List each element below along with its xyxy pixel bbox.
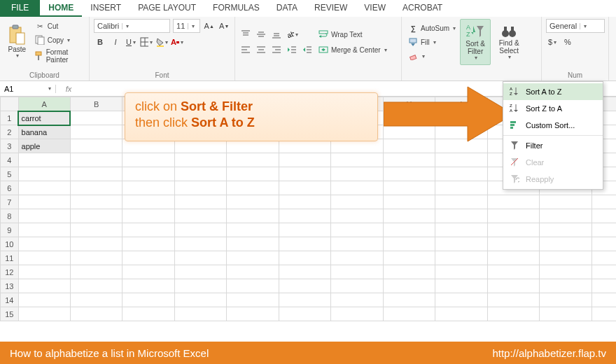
tab-acrobat[interactable]: ACROBAT — [394, 0, 451, 17]
cell[interactable] — [331, 223, 383, 237]
cell[interactable] — [540, 209, 592, 223]
cell[interactable] — [70, 125, 122, 139]
cell[interactable] — [70, 223, 122, 237]
menu-custom-sort[interactable]: Custom Sort... — [503, 117, 603, 134]
cell[interactable] — [435, 223, 487, 237]
cell[interactable] — [279, 209, 330, 223]
cell[interactable] — [279, 237, 330, 251]
cell[interactable] — [18, 293, 70, 307]
cell[interactable] — [70, 265, 122, 279]
paste-button[interactable]: Paste ▾ — [4, 19, 30, 65]
autosum-button[interactable]: ∑AutoSum▾ — [406, 22, 457, 34]
cell[interactable] — [383, 279, 435, 293]
cell[interactable] — [70, 195, 122, 209]
cell[interactable] — [70, 181, 122, 195]
cell[interactable] — [331, 195, 383, 209]
fill-button[interactable]: Fill▾ — [406, 36, 457, 48]
cell[interactable] — [174, 167, 226, 181]
row-header[interactable]: 9 — [1, 223, 19, 237]
cell[interactable] — [227, 265, 279, 279]
cell[interactable] — [487, 279, 539, 293]
row-header[interactable]: 5 — [1, 167, 19, 181]
row-header[interactable]: 12 — [1, 265, 19, 279]
cell[interactable] — [174, 265, 226, 279]
border-button[interactable]: ▾ — [140, 36, 153, 48]
select-all-corner[interactable] — [1, 97, 19, 111]
cell[interactable] — [487, 251, 539, 265]
cell[interactable] — [122, 293, 174, 307]
row-header[interactable]: 1 — [1, 111, 19, 125]
cell[interactable] — [70, 307, 122, 321]
cell[interactable] — [122, 209, 174, 223]
cell[interactable] — [331, 251, 383, 265]
cell[interactable] — [540, 265, 592, 279]
align-middle-button[interactable] — [255, 28, 267, 41]
tab-formulas[interactable]: FORMULAS — [204, 0, 268, 17]
cell[interactable] — [122, 265, 174, 279]
cell[interactable] — [122, 307, 174, 321]
decrease-font-button[interactable]: A▼ — [218, 20, 231, 32]
cell[interactable] — [383, 237, 435, 251]
cell[interactable] — [18, 181, 70, 195]
percent-button[interactable]: % — [561, 36, 574, 48]
tab-home[interactable]: HOME — [40, 0, 82, 17]
cell[interactable] — [18, 251, 70, 265]
row-header[interactable]: 7 — [1, 195, 19, 209]
cell[interactable] — [383, 293, 435, 307]
cell[interactable] — [540, 279, 592, 293]
cell[interactable] — [592, 279, 616, 293]
cell[interactable] — [383, 223, 435, 237]
cell[interactable] — [70, 293, 122, 307]
row-header[interactable]: 8 — [1, 209, 19, 223]
sort-filter-button[interactable]: AZ Sort & Filter▾ — [460, 19, 491, 65]
copy-button[interactable]: Copy▾ — [33, 34, 85, 46]
cell[interactable] — [279, 307, 330, 321]
orientation-button[interactable]: ab▾ — [286, 28, 298, 41]
cell[interactable] — [70, 167, 122, 181]
fill-color-button[interactable]: ▾ — [155, 36, 168, 48]
cell[interactable] — [227, 279, 279, 293]
cell[interactable] — [279, 279, 330, 293]
currency-button[interactable]: $▾ — [546, 36, 559, 48]
cell[interactable] — [122, 153, 174, 167]
cell[interactable] — [331, 153, 383, 167]
merge-center-button[interactable]: Merge & Center▾ — [316, 43, 388, 56]
cell[interactable] — [18, 237, 70, 251]
cell[interactable] — [227, 167, 279, 181]
font-name-select[interactable]: Calibri▾ — [94, 19, 170, 33]
cell[interactable] — [174, 279, 226, 293]
clear-button[interactable]: ▾ — [406, 50, 457, 62]
row-header[interactable]: 10 — [1, 237, 19, 251]
col-header-B[interactable]: B — [70, 97, 122, 111]
menu-filter[interactable]: Filter — [503, 137, 603, 154]
row-header[interactable]: 14 — [1, 293, 19, 307]
cell[interactable] — [70, 153, 122, 167]
row-header[interactable]: 13 — [1, 279, 19, 293]
tab-insert[interactable]: INSERT — [82, 0, 130, 17]
underline-button[interactable]: U▾ — [125, 36, 137, 48]
cell[interactable] — [174, 195, 226, 209]
cell[interactable] — [227, 307, 279, 321]
align-bottom-button[interactable] — [270, 28, 283, 41]
cell[interactable] — [227, 181, 279, 195]
cell[interactable] — [122, 195, 174, 209]
tab-page-layout[interactable]: PAGE LAYOUT — [130, 0, 204, 17]
align-center-button[interactable] — [255, 43, 267, 56]
cell[interactable] — [227, 209, 279, 223]
cell[interactable] — [18, 167, 70, 181]
cell[interactable] — [122, 181, 174, 195]
cell[interactable] — [383, 265, 435, 279]
row-header[interactable]: 2 — [1, 125, 19, 139]
cell[interactable] — [174, 181, 226, 195]
cell[interactable] — [435, 279, 487, 293]
cell[interactable] — [70, 237, 122, 251]
cell[interactable] — [279, 251, 330, 265]
font-color-button[interactable]: A▾ — [171, 36, 183, 48]
font-size-select[interactable]: 11▾ — [173, 19, 200, 33]
cell[interactable] — [487, 265, 539, 279]
cell[interactable] — [487, 209, 539, 223]
menu-sort-az[interactable]: AZSort A to Z — [503, 83, 603, 100]
cell[interactable] — [331, 209, 383, 223]
row-header[interactable]: 11 — [1, 251, 19, 265]
cell[interactable] — [331, 279, 383, 293]
